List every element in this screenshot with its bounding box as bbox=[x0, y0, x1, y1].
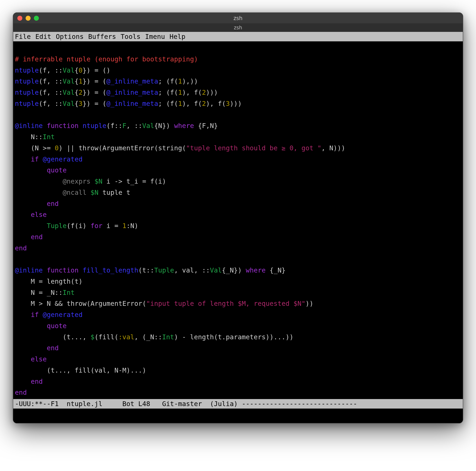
modeline-text: -UUU:**--F1 ntuple.jl Bot L48 Git-master… bbox=[15, 400, 357, 408]
code-token: :val bbox=[118, 333, 134, 341]
code-token: :N) bbox=[126, 222, 138, 230]
code-token: ), f( bbox=[182, 89, 202, 96]
code-token: where bbox=[174, 122, 194, 130]
code-token: (f(i) bbox=[67, 222, 90, 230]
code-token: Val bbox=[63, 66, 75, 74]
code-token: where bbox=[246, 266, 266, 274]
maximize-icon[interactable] bbox=[34, 16, 39, 21]
code-token: 1 bbox=[178, 100, 182, 108]
code-token: (f:: bbox=[106, 122, 122, 130]
code-token: 1 bbox=[122, 222, 126, 230]
code-token bbox=[15, 233, 31, 241]
menu-tools[interactable]: Tools bbox=[121, 33, 140, 40]
code-token: @inline bbox=[15, 266, 43, 274]
minibuffer[interactable] bbox=[13, 409, 463, 423]
close-icon[interactable] bbox=[17, 16, 22, 21]
code-token: ntuple bbox=[15, 100, 39, 108]
tab-zsh[interactable]: zsh bbox=[234, 25, 242, 31]
code-token: i bbox=[102, 177, 115, 185]
tab-bar: zsh bbox=[13, 24, 463, 32]
code-token: 3 bbox=[226, 100, 230, 108]
code-token: ),)) bbox=[182, 77, 198, 85]
code-token: for bbox=[90, 222, 102, 230]
code-token: @ncall bbox=[63, 189, 86, 197]
code-token: (fill( bbox=[94, 333, 118, 341]
code-token bbox=[79, 266, 83, 274]
code-token bbox=[15, 222, 47, 230]
code-token: @inline bbox=[15, 122, 43, 130]
code-token: else bbox=[31, 211, 47, 218]
code-token bbox=[15, 177, 63, 185]
code-token: Int bbox=[162, 333, 174, 341]
editor-buffer[interactable]: # inferrable ntuple (enough for bootstra… bbox=[13, 41, 463, 399]
code-token: 2 bbox=[202, 100, 206, 108]
code-token: t_i = f(i) bbox=[122, 177, 166, 185]
code-token: { bbox=[75, 89, 79, 96]
code-token: end bbox=[31, 233, 43, 241]
menu-help[interactable]: Help bbox=[170, 33, 186, 40]
code-token: M = length(t) bbox=[15, 277, 83, 285]
code-token bbox=[39, 311, 43, 319]
code-token: {_N} bbox=[266, 266, 286, 274]
code-token: 2 bbox=[202, 89, 206, 96]
code-token: ntuple bbox=[15, 66, 39, 74]
code-token bbox=[15, 322, 47, 330]
code-token: , val, :: bbox=[174, 266, 210, 274]
code-token bbox=[90, 177, 94, 185]
minimize-icon[interactable] bbox=[26, 16, 31, 21]
code-token: , N))) bbox=[321, 144, 345, 152]
code-token bbox=[15, 166, 47, 174]
menu-imenu[interactable]: Imenu bbox=[145, 33, 165, 40]
code-token: Int bbox=[43, 133, 55, 141]
code-token: {F,N} bbox=[194, 122, 218, 130]
code-token bbox=[15, 378, 31, 385]
code-token: ; (f( bbox=[158, 100, 178, 108]
code-token: ) || throw(ArgumentError(string( bbox=[59, 144, 186, 152]
code-token: (N >= bbox=[15, 144, 55, 152]
code-token: end bbox=[15, 244, 27, 252]
comment: # inferrable ntuple (enough for bootstra… bbox=[15, 55, 198, 63]
code-token: { bbox=[75, 66, 79, 74]
code-token bbox=[43, 266, 47, 274]
code-token: fill_to_length bbox=[83, 266, 138, 274]
code-token bbox=[15, 211, 31, 218]
code-token bbox=[39, 155, 43, 163]
code-token: 1 bbox=[178, 89, 182, 96]
emacs-menubar: File Edit Options Buffers Tools Imenu He… bbox=[13, 32, 463, 41]
code-token: ) - length(t.parameters))...)) bbox=[174, 333, 294, 341]
code-token: }) = ( bbox=[83, 100, 107, 108]
code-token: if bbox=[31, 311, 39, 319]
code-token: {_N}) bbox=[222, 266, 246, 274]
code-token: quote bbox=[47, 166, 67, 174]
code-token: Val bbox=[142, 122, 154, 130]
code-token: $N bbox=[94, 177, 102, 185]
menu-edit[interactable]: Edit bbox=[35, 33, 51, 40]
code-token: end bbox=[15, 388, 27, 396]
code-token: ; (f( bbox=[158, 89, 178, 96]
code-token: end bbox=[47, 200, 59, 208]
menu-options[interactable]: Options bbox=[56, 33, 84, 40]
code-token: N = _N:: bbox=[15, 289, 63, 296]
code-token: , :: bbox=[126, 122, 142, 130]
code-token: else bbox=[31, 355, 47, 363]
window-titlebar[interactable]: zsh bbox=[13, 13, 463, 24]
code-token: ntuple bbox=[15, 89, 39, 96]
code-token: 1 bbox=[178, 77, 182, 85]
code-token: ))) bbox=[230, 100, 242, 108]
code-token: if bbox=[31, 155, 39, 163]
code-token: }) = ( bbox=[83, 77, 107, 85]
code-token: @_inline_meta bbox=[106, 89, 158, 96]
code-token: ), f( bbox=[182, 100, 202, 108]
code-token: ntuple bbox=[83, 122, 107, 130]
code-token: (f, :: bbox=[39, 66, 63, 74]
menu-file[interactable]: File bbox=[15, 33, 31, 40]
code-token: }) = () bbox=[83, 66, 111, 74]
code-token bbox=[15, 344, 47, 352]
code-token: "tuple length should be ≥ 0, got " bbox=[186, 144, 321, 152]
code-token: @_inline_meta bbox=[106, 100, 158, 108]
code-token bbox=[15, 311, 31, 319]
menu-buffers[interactable]: Buffers bbox=[88, 33, 116, 40]
code-token: @nexprs bbox=[63, 177, 90, 185]
traffic-lights bbox=[17, 16, 39, 21]
code-token: @generated bbox=[43, 311, 83, 319]
